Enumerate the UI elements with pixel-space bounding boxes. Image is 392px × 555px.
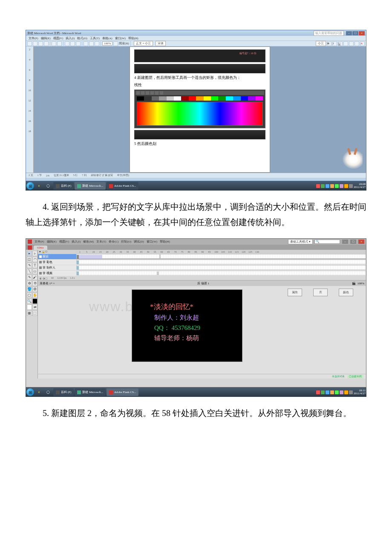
- fill-color[interactable]: [27, 304, 32, 310]
- frame-number[interactable]: 60: [158, 251, 165, 253]
- help-search[interactable]: 输入需要帮助的问题: [314, 31, 344, 36]
- document-tab[interactable]: 02hla: [34, 246, 47, 250]
- frame-number[interactable]: 110: [226, 251, 233, 253]
- page-area[interactable]: 编号是7：10 分 4 新建图层，然后用矩形工具画一个适当的矩形，填充颜色为： …: [34, 46, 366, 173]
- frame-number[interactable]: 90: [199, 251, 206, 253]
- toolbar-button[interactable]: [95, 41, 99, 46]
- frame-number[interactable]: 105: [219, 251, 226, 253]
- toolbar-button[interactable]: [27, 41, 32, 46]
- frames-track[interactable]: [76, 271, 366, 275]
- selection-tool[interactable]: ▸: [27, 251, 32, 256]
- toolbar-button[interactable]: [33, 41, 37, 46]
- frame-number[interactable]: 65: [165, 251, 172, 253]
- tray-icon[interactable]: [330, 184, 334, 188]
- clock[interactable]: 18:08 2011/4/27: [354, 183, 366, 189]
- swap-colors[interactable]: ⇄: [32, 304, 37, 310]
- tray-icon[interactable]: [321, 390, 325, 394]
- eyedropper-tool[interactable]: ⦿: [32, 286, 37, 292]
- frame-number[interactable]: 25: [110, 251, 117, 253]
- fontsize-combo[interactable]: 小三: [316, 41, 326, 46]
- toolbar-button[interactable]: [349, 41, 354, 46]
- frame-number[interactable]: 85: [192, 251, 199, 253]
- font-color-button[interactable]: A: [360, 41, 365, 46]
- ie-icon[interactable]: ｅ: [35, 182, 43, 190]
- tray-icon[interactable]: [326, 390, 329, 394]
- stage-area[interactable]: www.bdocx.com *淡淡的回忆* 制作人：刘永超 QQ： 453768…: [38, 286, 366, 374]
- free-transform-tool[interactable]: ◫: [27, 257, 32, 262]
- frame-number[interactable]: 40: [131, 251, 138, 253]
- toolbar-button[interactable]: [113, 41, 118, 46]
- menu-item[interactable]: 视图(V): [53, 36, 63, 40]
- eraser-tool[interactable]: ▢: [27, 292, 32, 298]
- start-button[interactable]: ⊞: [26, 182, 34, 190]
- frame-number[interactable]: 5: [83, 251, 90, 253]
- zoom-tool[interactable]: 🔍: [27, 298, 32, 304]
- toolbar-button[interactable]: [84, 41, 88, 46]
- tray-icon[interactable]: [344, 390, 348, 394]
- deco-tool[interactable]: ✿: [27, 280, 32, 286]
- clock[interactable]: 18:11 2011/4/27: [354, 389, 366, 395]
- frame-number[interactable]: 30: [117, 251, 124, 253]
- frame-number[interactable]: 55: [151, 251, 158, 253]
- option-tool[interactable]: ▦: [27, 310, 32, 316]
- frame-number[interactable]: 50: [144, 251, 151, 253]
- menu-item[interactable]: 格式(O): [77, 36, 87, 40]
- toolbar-button[interactable]: [52, 41, 56, 46]
- menu-item[interactable]: 命令(C): [109, 240, 118, 244]
- toolbar-button[interactable]: [76, 41, 81, 46]
- minimize-button[interactable]: –: [346, 31, 352, 35]
- frame-number[interactable]: 80: [185, 251, 192, 253]
- minimize-button[interactable]: –: [342, 240, 348, 244]
- tray-icon[interactable]: [335, 390, 339, 394]
- frame-number[interactable]: 75: [179, 251, 185, 253]
- menu-item[interactable]: 文件(F): [29, 36, 38, 40]
- panel-properties[interactable]: 属性: [288, 289, 302, 296]
- taskbar-app-flash[interactable]: Adobe Flash CS...: [107, 388, 138, 396]
- scene-label[interactable]: 后 场景 1: [197, 281, 209, 286]
- tray-icon[interactable]: [326, 184, 329, 188]
- read-button[interactable]: 阅读(R): [119, 41, 129, 46]
- option-tool[interactable]: ⬚: [32, 310, 37, 316]
- stage[interactable]: *淡淡的回忆* 制作人：刘永超 QQ： 453768429 辅导老师：杨萌: [132, 289, 242, 362]
- menu-item[interactable]: 编辑(E): [41, 36, 51, 40]
- toolbar-button[interactable]: [44, 41, 49, 46]
- frame-number[interactable]: 15: [97, 251, 104, 253]
- menu-item[interactable]: 工具(T): [90, 36, 100, 40]
- stroke-color[interactable]: [32, 298, 37, 304]
- menu-item[interactable]: 文本(T): [96, 240, 106, 244]
- pencil-tool[interactable]: ✎: [27, 275, 32, 280]
- menu-item[interactable]: 帮助(H): [128, 36, 138, 40]
- tray-icon[interactable]: [335, 184, 339, 188]
- frame-number[interactable]: 100: [213, 251, 219, 253]
- frame-number[interactable]: 95: [206, 251, 213, 253]
- tray-icon[interactable]: [340, 390, 343, 394]
- frames-track[interactable]: [76, 260, 366, 264]
- menu-item[interactable]: 插入(I): [66, 36, 75, 40]
- search-box[interactable]: 🔍: [314, 240, 340, 244]
- menu-item[interactable]: 帮助(H): [160, 240, 170, 244]
- menu-item[interactable]: 窗口(W): [147, 240, 157, 244]
- font-combo[interactable]: 宋体: [156, 41, 166, 46]
- scene-tab[interactable]: 未命名 1* ×: [40, 281, 55, 286]
- tray-icon[interactable]: [344, 184, 348, 188]
- edit-scene-icon[interactable]: 🎬: [352, 282, 356, 285]
- text-tool[interactable]: T: [32, 263, 37, 268]
- maximize-button[interactable]: □: [352, 31, 358, 35]
- layer-row[interactable]: 掌 视频: [38, 271, 366, 276]
- maximize-button[interactable]: □: [350, 240, 356, 244]
- panel-library[interactable]: 库: [313, 289, 328, 296]
- menu-item[interactable]: 调试(D): [134, 240, 144, 244]
- frame-number[interactable]: 20: [104, 251, 110, 253]
- tray-icon[interactable]: [340, 184, 343, 188]
- frames-track[interactable]: [76, 254, 366, 259]
- brush-tool[interactable]: 🖌: [32, 275, 37, 280]
- bone-tool[interactable]: ⚙: [32, 280, 37, 286]
- workspace-combo[interactable]: 基础工具模式 ▾: [288, 239, 313, 244]
- frame-number[interactable]: 70: [172, 251, 179, 253]
- tray-icon[interactable]: [349, 390, 353, 394]
- layer-row[interactable]: 面设: [38, 254, 366, 260]
- ie-icon[interactable]: ｅ: [35, 388, 43, 396]
- close-button[interactable]: ×: [358, 240, 364, 244]
- frame-number[interactable]: 115: [233, 251, 240, 253]
- menu-item[interactable]: 表格(A): [102, 36, 112, 40]
